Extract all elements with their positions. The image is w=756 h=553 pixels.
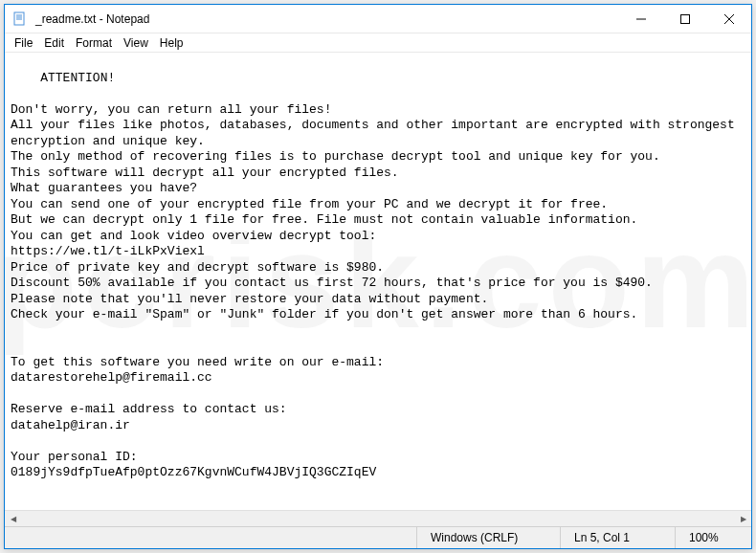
menu-format[interactable]: Format bbox=[70, 34, 118, 52]
scroll-right-icon[interactable]: ▶ bbox=[735, 511, 751, 527]
close-button[interactable] bbox=[707, 5, 751, 33]
menu-edit[interactable]: Edit bbox=[38, 34, 70, 52]
document-text: ATTENTION! Don't worry, you can return a… bbox=[11, 71, 743, 480]
maximize-button[interactable] bbox=[663, 5, 707, 33]
window-controls bbox=[619, 5, 751, 33]
minimize-button[interactable] bbox=[619, 5, 663, 33]
menu-view[interactable]: View bbox=[118, 34, 154, 52]
status-encoding: Windows (CRLF) bbox=[416, 527, 560, 548]
status-position: Ln 5, Col 1 bbox=[560, 527, 675, 548]
window-title: _readme.txt - Notepad bbox=[33, 12, 619, 26]
scroll-track[interactable] bbox=[21, 511, 735, 527]
app-icon bbox=[12, 11, 28, 27]
menu-file[interactable]: File bbox=[9, 34, 38, 52]
notepad-window: _readme.txt - Notepad File Edit Format V… bbox=[4, 4, 752, 549]
scroll-left-icon[interactable]: ◀ bbox=[5, 511, 21, 527]
statusbar: Windows (CRLF) Ln 5, Col 1 100% bbox=[5, 526, 751, 548]
text-area[interactable]: ATTENTION! Don't worry, you can return a… bbox=[5, 53, 751, 510]
menubar: File Edit Format View Help bbox=[5, 33, 751, 53]
titlebar[interactable]: _readme.txt - Notepad bbox=[5, 5, 751, 33]
status-zoom: 100% bbox=[675, 527, 751, 548]
horizontal-scrollbar[interactable]: ◀ ▶ bbox=[5, 510, 751, 526]
svg-rect-5 bbox=[681, 14, 690, 23]
menu-help[interactable]: Help bbox=[154, 34, 189, 52]
